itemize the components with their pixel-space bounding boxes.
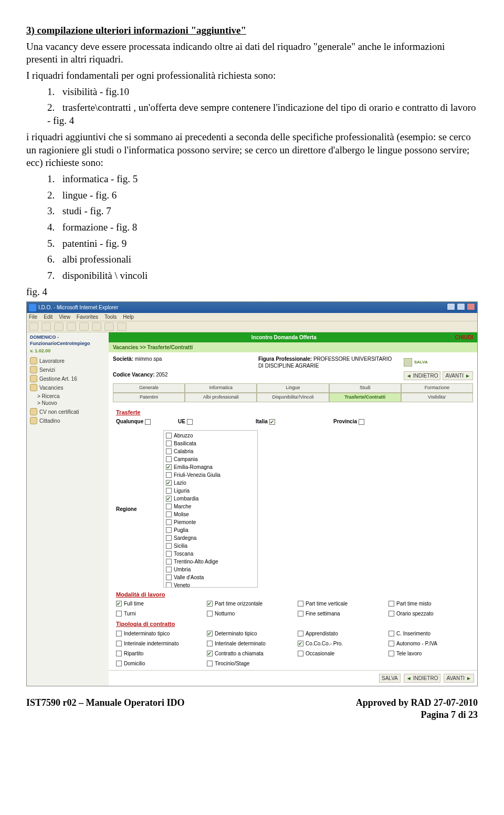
checkbox-cell[interactable]: Part time misto <box>388 600 470 607</box>
region-item[interactable]: Toscana <box>166 550 255 558</box>
footer-indietro-button[interactable]: ◄INDIETRO <box>404 674 441 683</box>
region-item[interactable]: Liguria <box>166 487 255 495</box>
checkbox-cell[interactable]: Tele lavoro <box>388 650 470 657</box>
region-item[interactable]: Veneto <box>166 581 255 588</box>
list-item: 3. studi - fig. 7 <box>47 205 478 218</box>
checkbox-cell[interactable]: Contratto a chiamata <box>207 650 288 657</box>
region-item[interactable]: Molise <box>166 510 255 518</box>
menu-edit[interactable]: Edit <box>44 314 52 320</box>
tab-cell[interactable]: Lingue <box>257 383 329 393</box>
figura-label: Figura Professionale: <box>258 356 312 362</box>
checkbox-cell[interactable]: Interinale indeterminato <box>116 640 197 647</box>
region-item[interactable]: Lombardia <box>166 495 255 503</box>
region-item[interactable]: Basilicata <box>166 440 255 447</box>
qualunque-label: Qualunque <box>116 419 143 424</box>
region-item[interactable]: Abruzzo <box>166 432 255 440</box>
region-item[interactable]: Sardegna <box>166 534 255 542</box>
sidebar-subitem[interactable]: > Nuovo <box>37 400 106 406</box>
tab-cell[interactable]: Generale <box>113 383 185 393</box>
footer-avanti-button[interactable]: AVANTI► <box>444 674 474 683</box>
sidebar-item[interactable]: Vacancies <box>30 384 106 391</box>
checkbox-cell[interactable]: Indeterminato tipico <box>116 630 197 637</box>
ue-checkbox[interactable] <box>187 419 193 425</box>
refresh-icon[interactable] <box>67 322 76 331</box>
save-icon[interactable] <box>404 358 412 367</box>
region-item[interactable]: Sicilia <box>166 542 255 550</box>
tab-cell[interactable]: Patentini <box>113 393 185 402</box>
checkbox-cell[interactable]: Occasionale <box>298 650 379 657</box>
tab-cell[interactable]: Disponibilita'/Vincoli <box>257 393 329 402</box>
tab-cell[interactable]: Albi professionali <box>185 393 257 402</box>
italia-checkbox[interactable] <box>269 419 275 425</box>
menu-favorites[interactable]: Favorites <box>77 314 98 320</box>
checkbox-cell[interactable]: Domicilio <box>116 660 197 667</box>
region-item[interactable]: Marche <box>166 503 255 510</box>
favorites-icon[interactable] <box>104 322 114 331</box>
region-listbox[interactable]: AbruzzoBasilicataCalabriaCampaniaEmilia-… <box>163 430 258 588</box>
sidebar-item[interactable]: Gestione Art. 16 <box>30 375 106 382</box>
sidebar-item[interactable]: Servizi <box>30 366 106 373</box>
avanti-button[interactable]: AVANTI► <box>443 371 473 380</box>
close-link[interactable]: CHIUDI <box>455 334 473 341</box>
checkbox-cell[interactable]: Part time orizzontale <box>207 600 288 607</box>
list-item: 2. lingue - fig. 6 <box>47 189 478 202</box>
sidebar-item[interactable]: CV non certificati <box>30 408 106 415</box>
nav-icon <box>30 408 37 415</box>
browser-toolbar <box>27 321 477 332</box>
screenshot-region: I.D.O. - Microsoft Internet Explorer Fil… <box>26 301 478 686</box>
region-item[interactable]: Friuli-Venezia Giulia <box>166 471 255 479</box>
region-item[interactable]: Piemonte <box>166 518 255 526</box>
stop-icon[interactable] <box>54 322 64 331</box>
menu-view[interactable]: View <box>59 314 70 320</box>
checkbox-cell[interactable]: Notturno <box>207 610 288 617</box>
sidebar-subitem[interactable]: > Ricerca <box>37 393 106 400</box>
app-header: Incontro Domanda Offerta CHIUDI <box>109 332 477 342</box>
checkbox-cell[interactable]: C. Inserimento <box>388 630 470 637</box>
region-item[interactable]: Emilia-Romagna <box>166 463 255 471</box>
region-item[interactable]: Trentino-Alto Adige <box>166 558 255 566</box>
menu-help[interactable]: Help <box>123 314 134 320</box>
checkbox-cell[interactable]: Full time <box>116 600 197 607</box>
nav-icon <box>30 366 37 373</box>
menu-tools[interactable]: Tools <box>104 314 117 320</box>
window-close-icon[interactable] <box>467 303 475 310</box>
list-item: 7. disponibilità \ vincoli <box>47 269 478 283</box>
history-icon[interactable] <box>117 322 127 331</box>
checkbox-cell[interactable]: Fine settimana <box>298 610 379 617</box>
region-item[interactable]: Puglia <box>166 526 255 534</box>
region-item[interactable]: Campania <box>166 455 255 463</box>
region-item[interactable]: Calabria <box>166 447 255 455</box>
window-maximize-icon[interactable] <box>457 303 465 310</box>
tab-cell[interactable]: Informatica <box>185 383 257 393</box>
back-icon[interactable] <box>29 322 38 331</box>
tab-cell[interactable]: Trasferte/Contratti <box>329 393 401 402</box>
tab-cell[interactable]: Visibilita' <box>401 393 473 402</box>
sidebar-item[interactable]: Cittadino <box>30 417 106 424</box>
checkbox-cell[interactable]: Orario spezzato <box>388 610 470 617</box>
checkbox-cell[interactable]: Autonomo - P.IVA <box>388 640 470 647</box>
checkbox-cell[interactable]: Ripartito <box>116 650 197 657</box>
region-item[interactable]: Umbria <box>166 566 255 573</box>
save-button[interactable]: SALVA <box>414 360 428 365</box>
tab-cell[interactable]: Formazione <box>401 383 473 393</box>
window-minimize-icon[interactable] <box>447 303 455 310</box>
indietro-button[interactable]: ◄INDIETRO <box>404 371 441 380</box>
checkbox-cell[interactable]: Determinato tipico <box>207 630 288 637</box>
sidebar-item[interactable]: Lavoratore <box>30 357 106 364</box>
checkbox-cell[interactable]: Part time verticale <box>298 600 379 607</box>
region-item[interactable]: Lazio <box>166 479 255 487</box>
checkbox-cell[interactable]: Co.Co.Co.- Pro. <box>298 640 379 647</box>
forward-icon[interactable] <box>41 322 51 331</box>
qualunque-checkbox[interactable] <box>145 419 151 425</box>
footer-save-button[interactable]: SALVA <box>379 674 401 683</box>
checkbox-cell[interactable]: Apprendistato <box>298 630 379 637</box>
checkbox-cell[interactable]: Tirocinio/Stage <box>207 660 288 667</box>
region-item[interactable]: Valle d'Aosta <box>166 573 255 581</box>
home-icon[interactable] <box>79 322 89 331</box>
checkbox-cell[interactable]: Interinale determinato <box>207 640 288 647</box>
checkbox-cell[interactable]: Turni <box>116 610 197 617</box>
tab-cell[interactable]: Studi <box>329 383 401 393</box>
provincia-checkbox[interactable] <box>359 419 364 425</box>
search-icon[interactable] <box>92 322 101 331</box>
menu-file[interactable]: File <box>29 314 37 320</box>
